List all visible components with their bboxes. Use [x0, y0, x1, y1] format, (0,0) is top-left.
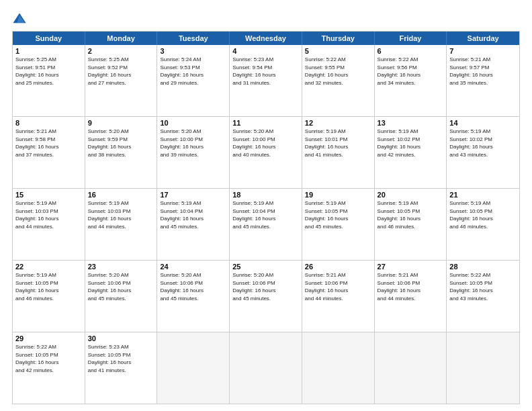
cal-cell: 8Sunrise: 5:21 AMSunset: 9:58 PMDaylight… [13, 117, 85, 188]
day-number: 28 [449, 263, 517, 271]
day-number: 10 [160, 119, 226, 127]
cal-cell: 21Sunrise: 5:19 AMSunset: 10:05 PMDaylig… [447, 189, 519, 260]
cell-text: Sunrise: 5:19 AMSunset: 10:05 PMDaylight… [15, 271, 82, 302]
day-number: 12 [305, 119, 371, 127]
cal-cell: 13Sunrise: 5:19 AMSunset: 10:02 PMDaylig… [375, 117, 447, 188]
day-number: 26 [305, 263, 371, 271]
cell-text: Sunrise: 5:19 AMSunset: 10:04 PMDaylight… [232, 199, 299, 230]
day-number: 6 [378, 47, 444, 55]
logo [12, 12, 30, 27]
cell-text: Sunrise: 5:19 AMSunset: 10:05 PMDaylight… [305, 199, 371, 230]
cal-cell: 4Sunrise: 5:23 AMSunset: 9:54 PMDaylight… [230, 45, 302, 116]
cell-text: Sunrise: 5:23 AMSunset: 9:54 PMDaylight:… [232, 56, 299, 87]
day-number: 22 [15, 263, 82, 271]
cell-text: Sunrise: 5:19 AMSunset: 10:02 PMDaylight… [378, 128, 444, 158]
cal-cell [375, 332, 447, 404]
day-number: 5 [305, 47, 371, 55]
day-number: 17 [160, 191, 226, 199]
cal-cell: 15Sunrise: 5:19 AMSunset: 10:03 PMDaylig… [13, 189, 85, 260]
cal-header-saturday: Saturday [447, 32, 519, 45]
cal-cell: 22Sunrise: 5:19 AMSunset: 10:05 PMDaylig… [13, 261, 85, 332]
cal-cell: 19Sunrise: 5:19 AMSunset: 10:05 PMDaylig… [302, 189, 375, 260]
cal-cell: 27Sunrise: 5:21 AMSunset: 10:06 PMDaylig… [375, 261, 447, 332]
calendar: SundayMondayTuesdayWednesdayThursdayFrid… [12, 31, 520, 404]
cell-text: Sunrise: 5:19 AMSunset: 10:01 PMDaylight… [305, 128, 371, 158]
day-number: 9 [88, 119, 154, 127]
cal-cell [230, 332, 302, 404]
day-number: 24 [160, 263, 226, 271]
day-number: 11 [232, 119, 299, 127]
cal-cell: 24Sunrise: 5:20 AMSunset: 10:06 PMDaylig… [157, 261, 230, 332]
cal-header-thursday: Thursday [302, 32, 375, 45]
cell-text: Sunrise: 5:20 AMSunset: 10:06 PMDaylight… [232, 271, 299, 302]
day-number: 25 [232, 263, 299, 271]
cal-cell: 3Sunrise: 5:24 AMSunset: 9:53 PMDaylight… [157, 45, 230, 116]
cal-row-1: 1Sunrise: 5:25 AMSunset: 9:51 PMDaylight… [13, 45, 519, 116]
cell-text: Sunrise: 5:22 AMSunset: 10:05 PMDaylight… [15, 343, 82, 374]
cell-text: Sunrise: 5:19 AMSunset: 10:03 PMDaylight… [88, 199, 154, 230]
cal-cell: 14Sunrise: 5:19 AMSunset: 10:02 PMDaylig… [447, 117, 519, 188]
cal-cell: 25Sunrise: 5:20 AMSunset: 10:06 PMDaylig… [230, 261, 302, 332]
page: SundayMondayTuesdayWednesdayThursdayFrid… [0, 0, 532, 411]
cell-text: Sunrise: 5:22 AMSunset: 9:56 PMDaylight:… [378, 56, 444, 87]
cell-text: Sunrise: 5:22 AMSunset: 9:55 PMDaylight:… [305, 56, 371, 87]
cell-text: Sunrise: 5:22 AMSunset: 10:05 PMDaylight… [449, 271, 517, 302]
cal-header-wednesday: Wednesday [230, 32, 302, 45]
header [12, 12, 520, 27]
cell-text: Sunrise: 5:24 AMSunset: 9:53 PMDaylight:… [160, 56, 226, 87]
cell-text: Sunrise: 5:19 AMSunset: 10:05 PMDaylight… [449, 199, 517, 230]
cal-cell: 28Sunrise: 5:22 AMSunset: 10:05 PMDaylig… [447, 261, 519, 332]
cal-cell: 23Sunrise: 5:20 AMSunset: 10:06 PMDaylig… [85, 261, 158, 332]
cell-text: Sunrise: 5:21 AMSunset: 9:58 PMDaylight:… [15, 128, 82, 158]
cal-cell: 2Sunrise: 5:25 AMSunset: 9:52 PMDaylight… [85, 45, 158, 116]
day-number: 27 [378, 263, 444, 271]
cal-row-2: 8Sunrise: 5:21 AMSunset: 9:58 PMDaylight… [13, 116, 519, 188]
day-number: 4 [232, 47, 299, 55]
cal-cell: 29Sunrise: 5:22 AMSunset: 10:05 PMDaylig… [13, 332, 85, 404]
cal-cell: 12Sunrise: 5:19 AMSunset: 10:01 PMDaylig… [302, 117, 375, 188]
cal-cell: 30Sunrise: 5:23 AMSunset: 10:05 PMDaylig… [85, 332, 158, 404]
cell-text: Sunrise: 5:20 AMSunset: 10:06 PMDaylight… [160, 271, 226, 302]
cal-cell: 26Sunrise: 5:21 AMSunset: 10:06 PMDaylig… [302, 261, 375, 332]
cell-text: Sunrise: 5:19 AMSunset: 10:03 PMDaylight… [15, 199, 82, 230]
day-number: 14 [449, 119, 517, 127]
cal-header-friday: Friday [375, 32, 447, 45]
calendar-body: 1Sunrise: 5:25 AMSunset: 9:51 PMDaylight… [13, 45, 519, 404]
cell-text: Sunrise: 5:19 AMSunset: 10:02 PMDaylight… [449, 128, 517, 158]
cell-text: Sunrise: 5:23 AMSunset: 10:05 PMDaylight… [88, 343, 154, 374]
day-number: 3 [160, 47, 226, 55]
cal-header-sunday: Sunday [13, 32, 85, 45]
cal-cell: 10Sunrise: 5:20 AMSunset: 10:00 PMDaylig… [157, 117, 230, 188]
cal-cell: 16Sunrise: 5:19 AMSunset: 10:03 PMDaylig… [85, 189, 158, 260]
day-number: 13 [378, 119, 444, 127]
day-number: 16 [88, 191, 154, 199]
cell-text: Sunrise: 5:19 AMSunset: 10:05 PMDaylight… [378, 199, 444, 230]
day-number: 30 [88, 334, 154, 342]
day-number: 19 [305, 191, 371, 199]
cell-text: Sunrise: 5:21 AMSunset: 9:57 PMDaylight:… [449, 56, 517, 87]
cell-text: Sunrise: 5:20 AMSunset: 10:00 PMDaylight… [232, 128, 299, 158]
day-number: 2 [88, 47, 154, 55]
cal-row-3: 15Sunrise: 5:19 AMSunset: 10:03 PMDaylig… [13, 188, 519, 260]
cell-text: Sunrise: 5:21 AMSunset: 10:06 PMDaylight… [305, 271, 371, 302]
cal-row-4: 22Sunrise: 5:19 AMSunset: 10:05 PMDaylig… [13, 260, 519, 332]
cal-row-5: 29Sunrise: 5:22 AMSunset: 10:05 PMDaylig… [13, 332, 519, 404]
cal-cell: 11Sunrise: 5:20 AMSunset: 10:00 PMDaylig… [230, 117, 302, 188]
cal-cell: 9Sunrise: 5:20 AMSunset: 9:59 PMDaylight… [85, 117, 158, 188]
cell-text: Sunrise: 5:20 AMSunset: 10:06 PMDaylight… [88, 271, 154, 302]
logo-icon [12, 12, 27, 27]
cal-cell [447, 332, 519, 404]
cal-cell: 7Sunrise: 5:21 AMSunset: 9:57 PMDaylight… [447, 45, 519, 116]
cal-cell: 20Sunrise: 5:19 AMSunset: 10:05 PMDaylig… [375, 189, 447, 260]
day-number: 15 [15, 191, 82, 199]
day-number: 23 [88, 263, 154, 271]
cell-text: Sunrise: 5:20 AMSunset: 9:59 PMDaylight:… [88, 128, 154, 158]
cal-cell: 18Sunrise: 5:19 AMSunset: 10:04 PMDaylig… [230, 189, 302, 260]
cell-text: Sunrise: 5:20 AMSunset: 10:00 PMDaylight… [160, 128, 226, 158]
cal-cell [302, 332, 375, 404]
cal-header-tuesday: Tuesday [157, 32, 230, 45]
cell-text: Sunrise: 5:21 AMSunset: 10:06 PMDaylight… [378, 271, 444, 302]
cal-cell: 1Sunrise: 5:25 AMSunset: 9:51 PMDaylight… [13, 45, 85, 116]
cal-cell: 17Sunrise: 5:19 AMSunset: 10:04 PMDaylig… [157, 189, 230, 260]
calendar-header: SundayMondayTuesdayWednesdayThursdayFrid… [13, 32, 519, 45]
